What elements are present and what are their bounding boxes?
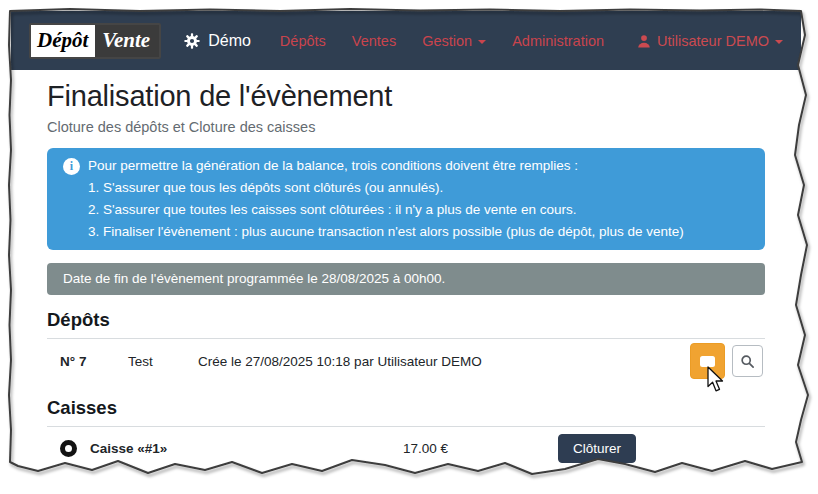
info-alert-intro: Pour permettre la génération de la balan… bbox=[88, 155, 578, 177]
person-icon bbox=[637, 34, 651, 48]
page-title: Finalisation de l'évènement bbox=[47, 80, 765, 113]
nav-link-ventes[interactable]: Ventes bbox=[352, 33, 396, 49]
screenshot-viewport: DépôtVente bbox=[0, 0, 818, 494]
main-content: Finalisation de l'évènement Cloture des … bbox=[11, 80, 801, 469]
app-logo[interactable]: DépôtVente bbox=[29, 23, 161, 59]
search-icon bbox=[740, 354, 755, 369]
deposit-label-button[interactable] bbox=[690, 343, 725, 379]
caret-down-icon bbox=[775, 40, 783, 44]
logo-depot-text: Dépôt bbox=[31, 25, 95, 57]
app-window: DépôtVente bbox=[11, 11, 801, 469]
cashier-name: Caisse «#1» bbox=[90, 441, 403, 456]
user-menu[interactable]: Utilisateur DEMO bbox=[637, 33, 783, 49]
nav-link-gestion[interactable]: Gestion bbox=[422, 33, 486, 49]
page-subtitle: Cloture des dépôts et Cloture des caisse… bbox=[47, 119, 765, 135]
card-icon bbox=[699, 355, 716, 368]
info-alert-condition: 2. S'assurer que toutes les caisses sont… bbox=[88, 199, 749, 221]
caret-down-icon bbox=[478, 40, 486, 44]
deposit-view-button[interactable] bbox=[732, 345, 763, 377]
nav-link-administration[interactable]: Administration bbox=[512, 33, 604, 49]
gear-icon bbox=[184, 33, 200, 49]
deposit-name: Test bbox=[128, 354, 198, 369]
nav-event-demo[interactable]: Démo bbox=[184, 32, 251, 50]
info-alert-condition: 3. Finaliser l'évènement : plus aucune t… bbox=[88, 221, 749, 243]
info-icon: i bbox=[63, 158, 80, 175]
cashiers-heading: Caisses bbox=[47, 398, 765, 418]
close-cashier-button[interactable]: Clôturer bbox=[558, 434, 636, 463]
deposit-details: Crée le 27/08/2025 10:18 par Utilisateur… bbox=[198, 354, 690, 369]
deposit-row: N° 7 Test Crée le 27/08/2025 10:18 par U… bbox=[47, 339, 765, 383]
circle-icon bbox=[60, 440, 77, 457]
cashier-amount: 17.00 € bbox=[403, 441, 558, 456]
deposits-heading: Dépôts bbox=[47, 310, 765, 330]
logo-vente-text: Vente bbox=[95, 25, 159, 57]
info-alert-condition: 1. S'assurer que tous les dépôts sont cl… bbox=[88, 177, 749, 199]
nav-link-depots[interactable]: Dépôts bbox=[280, 33, 326, 49]
nav-demo-label: Démo bbox=[208, 32, 251, 50]
end-date-alert: Date de fin de l'évènement programmée le… bbox=[47, 263, 765, 295]
info-alert: i Pour permettre la génération de la bal… bbox=[47, 148, 765, 250]
user-menu-label: Utilisateur DEMO bbox=[657, 33, 769, 49]
deposit-number: N° 7 bbox=[60, 354, 128, 369]
cashier-row: Caisse «#1» 17.00 € Clôturer bbox=[47, 427, 765, 469]
navbar: DépôtVente bbox=[11, 11, 801, 70]
